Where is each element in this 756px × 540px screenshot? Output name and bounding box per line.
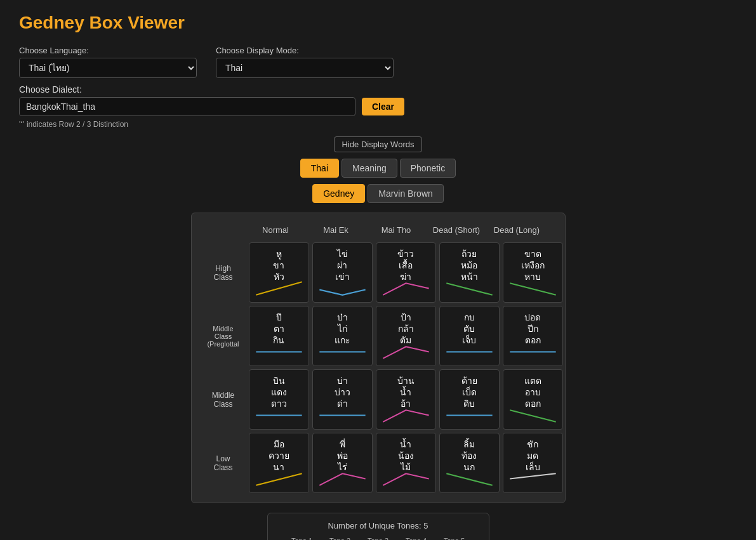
display-mode-group: Choose Display Mode: Thai Romanized IPA bbox=[216, 46, 394, 78]
tone5-label: Tone 5 bbox=[444, 537, 465, 540]
cell-high-maiek: ไข่ผ่าเข่า bbox=[312, 242, 373, 303]
tone-swatch-2: Tone 2 bbox=[324, 537, 356, 540]
dialect-input[interactable] bbox=[19, 97, 355, 116]
tone-legend-title: Number of Unique Tones: 5 bbox=[281, 521, 476, 530]
tone-swatch-4: Tone 4 bbox=[401, 537, 432, 540]
tab-gedney[interactable]: Gedney bbox=[312, 184, 365, 203]
cell-high-dead-short: ถ้วยหม้อหน้า bbox=[439, 242, 500, 303]
grid-header-row: Normal Mai Ek Mai Tho Dead (Short) Dead … bbox=[201, 223, 555, 237]
tone1-label: Tone 1 bbox=[291, 537, 312, 540]
cell-mid-pre-maitho: ป้ากล้าตัม bbox=[376, 306, 436, 366]
tone-legend: Number of Unique Tones: 5 Tone 1 Tone 2 … bbox=[267, 513, 489, 540]
tab-thai[interactable]: Thai bbox=[300, 159, 339, 178]
tone-swatch-1: Tone 1 bbox=[286, 537, 318, 540]
cell-low-dead-short: ลิ้มท้องนก bbox=[439, 433, 500, 493]
controls-panel: Choose Language: Thai (ไทย) Lao Shan Cho… bbox=[19, 46, 737, 129]
cell-high-dead-long: ขาดเหงือกหาบ bbox=[503, 242, 563, 303]
cell-mid-pre-maiek: ป่าไก่แกะ bbox=[312, 306, 373, 366]
hide-display-words-button[interactable]: Hide Display Words bbox=[334, 136, 423, 152]
display-mode-label: Choose Display Mode: bbox=[216, 46, 394, 55]
row-label-high: HighClass bbox=[201, 242, 246, 303]
cell-mid-maiek: บ่าบ่าวด่า bbox=[312, 369, 373, 430]
page-title: Gedney Box Viewer bbox=[19, 13, 737, 33]
row-label-low: LowClass bbox=[201, 433, 246, 493]
cell-mid-normal: บินแดงดาว bbox=[249, 369, 309, 430]
cell-low-dead-long: ชักมดเล็บ bbox=[503, 433, 563, 493]
main-grid: Normal Mai Ek Mai Tho Dead (Short) Dead … bbox=[191, 213, 566, 503]
display-mode-select[interactable]: Thai Romanized IPA bbox=[216, 58, 394, 78]
distinction-note: 'ʻ' indicates Row 2 / 3 Distinction bbox=[19, 120, 737, 129]
cell-high-normal: หูขาหัว bbox=[249, 242, 309, 303]
cell-low-maiek: พี่พ่อไร่ bbox=[312, 433, 373, 493]
display-tab-group: Thai Meaning Phonetic bbox=[300, 159, 456, 178]
cell-low-normal: มือควายนา bbox=[249, 433, 309, 493]
tone-swatch-3: Tone 3 bbox=[362, 537, 394, 540]
tone2-label: Tone 2 bbox=[329, 537, 350, 540]
row-label-mid-pre: MiddleClass(Preglottal bbox=[201, 306, 246, 366]
language-label: Choose Language: bbox=[19, 46, 197, 55]
cell-mid-pre-normal: ปีตากิน bbox=[249, 306, 309, 366]
header-dead-short: Dead (Short) bbox=[427, 223, 487, 237]
language-select[interactable]: Thai (ไทย) Lao Shan bbox=[19, 58, 197, 78]
header-dead-long: Dead (Long) bbox=[487, 223, 547, 237]
cell-mid-pre-dead-short: กบตับเจ็บ bbox=[439, 306, 500, 366]
language-group: Choose Language: Thai (ไทย) Lao Shan bbox=[19, 46, 197, 78]
tab-meaning[interactable]: Meaning bbox=[342, 159, 397, 178]
tone4-label: Tone 4 bbox=[406, 537, 427, 540]
tone-swatches: Tone 1 Tone 2 Tone 3 Tone 4 Tone 5 bbox=[281, 537, 476, 540]
header-maitho: Mai Tho bbox=[366, 223, 427, 237]
header-empty bbox=[201, 223, 246, 237]
tab-phonetic[interactable]: Phonetic bbox=[400, 159, 456, 178]
tab-marvin-brown[interactable]: Marvin Brown bbox=[368, 184, 444, 203]
row-label-mid: MiddleClass bbox=[201, 369, 246, 430]
source-tab-group: Gedney Marvin Brown bbox=[312, 184, 444, 203]
clear-button[interactable]: Clear bbox=[362, 98, 404, 115]
cell-mid-pre-dead-long: ปอดปีกตอก bbox=[503, 306, 563, 366]
header-maiek: Mai Ek bbox=[306, 223, 366, 237]
dialect-label: Choose Dialect: bbox=[19, 84, 82, 95]
tone3-label: Tone 3 bbox=[368, 537, 388, 540]
grid-body: HighClass หูขาหัว ไข่ผ่าเข่า ข้าวเสื้อฆ่… bbox=[201, 242, 555, 493]
cell-mid-dead-long: แตดอาบดอก bbox=[503, 369, 563, 430]
cell-mid-dead-short: ด้ายเบ็ดดิบ bbox=[439, 369, 500, 430]
center-controls: Hide Display Words Thai Meaning Phonetic… bbox=[19, 136, 737, 203]
cell-mid-maitho: บ้านน้ำอ้า bbox=[376, 369, 436, 430]
tone-swatch-5: Tone 5 bbox=[439, 537, 470, 540]
cell-high-maitho: ข้าวเสื้อฆ่า bbox=[376, 242, 436, 303]
header-normal: Normal bbox=[246, 223, 306, 237]
cell-low-maitho: น้ำน้องไม้ bbox=[376, 433, 436, 493]
